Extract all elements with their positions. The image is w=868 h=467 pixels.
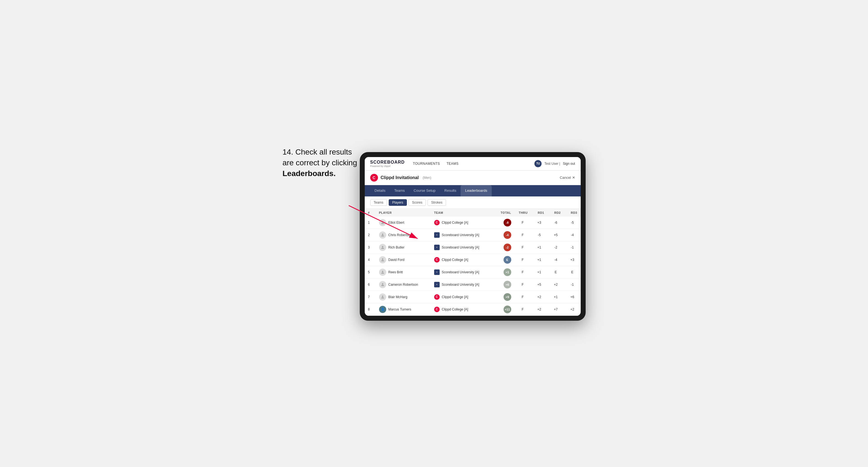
cell-team: ≡ Scoreboard University [A] xyxy=(431,266,493,278)
cell-player: David Ford xyxy=(376,253,431,266)
tab-results[interactable]: Results xyxy=(440,185,461,196)
team-icon-scoreboard: ≡ xyxy=(434,270,440,275)
score-badge: E xyxy=(503,256,511,264)
team-name: Scoreboard University [A] xyxy=(442,270,479,274)
cell-pos: 8 xyxy=(365,303,376,315)
tab-details[interactable]: Details xyxy=(370,185,390,196)
team-icon-clippd: C xyxy=(434,307,440,312)
cell-total: +11 xyxy=(493,303,515,315)
col-rd2: RD2 xyxy=(548,209,564,217)
table-row: 3 Rich Butler ≡ Scoreboard University [A… xyxy=(365,241,581,253)
table-row: 2 Chris Robertson ≡ Scoreboard Universit… xyxy=(365,229,581,241)
cell-rd3: +6 xyxy=(564,291,581,303)
table-header-row: # PLAYER TEAM TOTAL THRU RD1 RD2 RD3 xyxy=(365,209,581,217)
nav-right: TU Test User | Sign out xyxy=(534,160,575,167)
col-rd3: RD3 xyxy=(564,209,581,217)
tournament-name: Clippd Invitational xyxy=(381,175,419,180)
player-name: Chris Robertson xyxy=(389,233,412,237)
cell-team: ≡ Scoreboard University [A] xyxy=(431,241,493,253)
cell-total: +6 xyxy=(493,278,515,291)
cancel-button[interactable]: Cancel ✕ xyxy=(560,176,575,180)
player-name: Marcus Turners xyxy=(389,308,411,311)
cell-thru: F xyxy=(515,303,531,315)
filter-bar: Teams Players Scores Strokes xyxy=(365,196,581,209)
team-name: Clippd College [A] xyxy=(442,221,468,224)
score-badge: +11 xyxy=(503,306,511,313)
instruction-line1: 14. Check all results xyxy=(283,148,352,156)
tab-leaderboards[interactable]: Leaderboards xyxy=(461,185,491,196)
table-row: 6 Cameron Robertson ≡ Scoreboard Univers… xyxy=(365,278,581,291)
user-name: Test User | xyxy=(544,162,560,165)
team-name: Clippd College [A] xyxy=(442,295,468,299)
cell-pos: 7 xyxy=(365,291,376,303)
cell-pos: 6 xyxy=(365,278,376,291)
sign-out-link[interactable]: Sign out xyxy=(563,162,575,165)
cell-thru: F xyxy=(515,291,531,303)
cell-total: +9 xyxy=(493,291,515,303)
col-total: TOTAL xyxy=(493,209,515,217)
player-avatar: 👤 xyxy=(379,306,386,313)
cell-rd3: -4 xyxy=(564,229,581,241)
nav-teams[interactable]: TEAMS xyxy=(446,162,459,165)
cell-pos: 1 xyxy=(365,217,376,229)
cell-player: 👤 Marcus Turners xyxy=(376,303,431,315)
player-name: Rich Butler xyxy=(389,246,405,249)
tab-teams[interactable]: Teams xyxy=(390,185,409,196)
cell-player: Rich Butler xyxy=(376,241,431,253)
page-wrapper: 14. Check all results are correct by cli… xyxy=(283,147,586,321)
instruction-block: 14. Check all results are correct by cli… xyxy=(283,147,357,179)
tournament-left: C Clippd Invitational (Men) xyxy=(370,174,431,182)
nav-tournaments[interactable]: TOURNAMENTS xyxy=(413,162,440,165)
cell-rd1: +2 xyxy=(531,303,548,315)
svg-point-4 xyxy=(382,246,383,247)
cell-rd3: +3 xyxy=(564,253,581,266)
team-name: Scoreboard University [A] xyxy=(442,233,479,237)
cell-player: Blair McHarg xyxy=(376,291,431,303)
instruction-line3: Leaderboards. xyxy=(283,169,336,178)
cell-total: -2 xyxy=(493,241,515,253)
svg-point-5 xyxy=(382,258,383,259)
table-row: 5 Rees Britt ≡ Scoreboard University [A]… xyxy=(365,266,581,278)
logo-block: SCOREBOARD Powered by clippd xyxy=(370,160,405,167)
cell-team: C Clippd College [A] xyxy=(431,291,493,303)
cell-thru: F xyxy=(515,241,531,253)
col-thru: THRU xyxy=(515,209,531,217)
cell-rd2: -2 xyxy=(548,241,564,253)
team-icon-clippd: C xyxy=(434,294,440,300)
user-avatar: TU xyxy=(534,160,541,167)
player-avatar xyxy=(379,256,386,263)
cell-rd3: +2 xyxy=(564,303,581,315)
filter-strokes[interactable]: Strokes xyxy=(428,199,446,206)
score-badge: +1 xyxy=(503,268,511,276)
player-name: Cameron Robertson xyxy=(389,283,418,286)
cell-thru: F xyxy=(515,278,531,291)
table-row: 7 Blair McHarg C Clippd College [A] +9 F xyxy=(365,291,581,303)
filter-teams[interactable]: Teams xyxy=(370,199,387,206)
svg-point-3 xyxy=(382,234,383,235)
cell-player: Chris Robertson xyxy=(376,229,431,241)
cell-player: Elliot Ebert xyxy=(376,217,431,229)
cell-total: E xyxy=(493,253,515,266)
table-row: 1 Elliot Ebert C Clippd College [A] -8 F xyxy=(365,217,581,229)
cell-rd2: -4 xyxy=(548,253,564,266)
cell-rd3: E xyxy=(564,266,581,278)
table-row: 4 David Ford C Clippd College [A] E F +1 xyxy=(365,253,581,266)
cell-player: Rees Britt xyxy=(376,266,431,278)
leaderboard-table: # PLAYER TEAM TOTAL THRU RD1 RD2 RD3 1 xyxy=(365,209,581,316)
filter-scores[interactable]: Scores xyxy=(408,199,426,206)
instruction-line2: are correct by clicking xyxy=(283,158,357,167)
score-badge: -8 xyxy=(503,219,511,226)
tab-course-setup[interactable]: Course Setup xyxy=(409,185,440,196)
cell-rd1: +1 xyxy=(531,241,548,253)
cell-rd1: +1 xyxy=(531,253,548,266)
cell-rd2: E xyxy=(548,266,564,278)
tournament-icon: C xyxy=(370,174,378,182)
cell-rd3: -1 xyxy=(564,278,581,291)
filter-players[interactable]: Players xyxy=(389,199,407,206)
cell-player: Cameron Robertson xyxy=(376,278,431,291)
team-icon-scoreboard: ≡ xyxy=(434,282,440,287)
cell-rd3: -5 xyxy=(564,217,581,229)
nav-left: SCOREBOARD Powered by clippd TOURNAMENTS… xyxy=(370,160,459,167)
cell-thru: F xyxy=(515,217,531,229)
score-badge: -4 xyxy=(503,231,511,239)
